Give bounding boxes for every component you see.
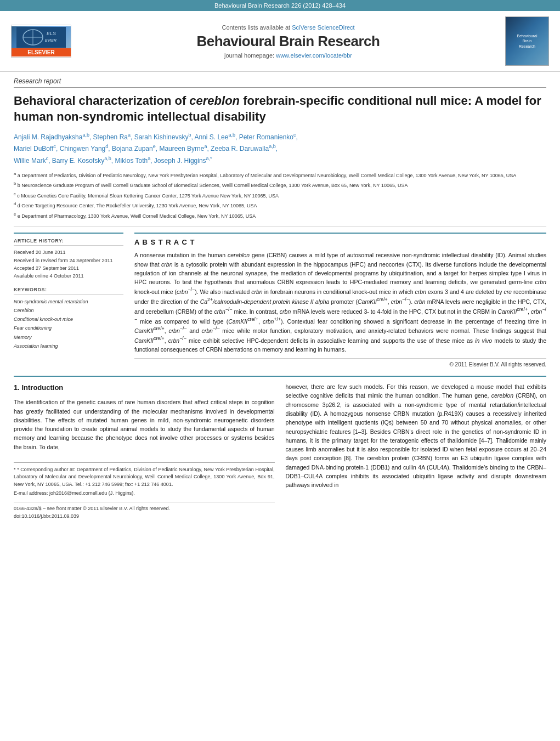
svg-text:ELS: ELS xyxy=(47,31,56,36)
authors-list: Anjali M. Rajadhyakshaa,b, Stephen Raa, … xyxy=(14,131,546,166)
doi-text: doi:10.1016/j.bbr.2011.09.039 xyxy=(14,513,275,521)
affil-a: a a Department of Pediatrics, Division o… xyxy=(14,171,546,180)
email-note: E-mail address: joh2016@med.cornell.edu … xyxy=(14,490,275,497)
title-part1: Behavioral characterization of xyxy=(14,94,189,108)
footnotes-area: * * Corresponding author at: Department … xyxy=(14,462,275,497)
elsevier-logo: ELS EVIER ELSEVIER xyxy=(11,25,71,58)
page: Behavioural Brain Research 226 (2012) 42… xyxy=(0,0,560,526)
main-body: 1. Introduction The identification of th… xyxy=(14,376,546,521)
homepage-link[interactable]: www.elsevier.com/locate/bbr xyxy=(276,52,352,59)
svg-text:EVIER: EVIER xyxy=(45,38,56,42)
sciverse-text: Contents lists available at SciVerse Sci… xyxy=(82,24,494,31)
affil-d: d d Gene Targeting Resource Center, The … xyxy=(14,201,546,210)
main-col-right: however, there are few such models. For … xyxy=(286,382,547,521)
history-text: Received 20 June 2011 Received in revise… xyxy=(14,248,123,280)
journal-title: Behavioural Brain Research xyxy=(82,33,494,50)
journal-thumbnail: BehaviouralBrainResearch xyxy=(505,16,549,66)
abstract-title: A B S T R A C T xyxy=(134,238,546,246)
intro-paragraph1: The identification of the genetic causes… xyxy=(14,398,275,451)
content-wrapper: Research report Behavioral characterizat… xyxy=(0,72,560,526)
intro-heading: 1. Introduction xyxy=(14,382,275,393)
main-col-left: 1. Introduction The identification of th… xyxy=(14,382,275,521)
history-label: Article history: xyxy=(14,238,123,246)
affil-e: e e Department of Pharmacology, 1300 Yor… xyxy=(14,211,546,220)
paper-title: Behavioral characterization of cereblon … xyxy=(14,93,546,125)
affil-c: c c Mouse Genetics Core Facility, Memori… xyxy=(14,191,546,200)
article-category: Research report xyxy=(14,77,546,88)
header-area: ELS EVIER ELSEVIER Contents lists availa… xyxy=(0,11,560,72)
affiliations-block: a a Department of Pediatrics, Division o… xyxy=(14,171,546,228)
thumb-label: BehaviouralBrainResearch xyxy=(515,31,540,50)
abstract-copyright: © 2011 Elsevier B.V. All rights reserved… xyxy=(134,358,546,367)
keywords-list: Non-syndromic mental retardation Cereblo… xyxy=(14,297,123,350)
doi-info: 0166-4328/$ – see front matter © 2011 El… xyxy=(14,502,275,521)
abstract-panel: A B S T R A C T A nonsense mutation in t… xyxy=(134,233,546,367)
article-info-panel: Article history: Received 20 June 2011 R… xyxy=(14,233,123,367)
article-history: Article history: Received 20 June 2011 R… xyxy=(14,238,123,280)
header-center: Contents lists available at SciVerse Sci… xyxy=(71,24,505,59)
logo-image: ELS EVIER xyxy=(12,26,71,48)
intro-paragraph2: however, there are few such models. For … xyxy=(286,382,547,489)
sciverse-link[interactable]: SciVerse ScienceDirect xyxy=(292,24,354,31)
elsevier-wordmark: ELSEVIER xyxy=(12,48,71,56)
journal-homepage: journal homepage: www.elsevier.com/locat… xyxy=(82,52,494,59)
corresponding-author-note: * * Corresponding author at: Department … xyxy=(14,466,275,489)
title-italic: cereblon xyxy=(189,94,240,108)
journal-bar-text: Behavioural Brain Research 226 (2012) 42… xyxy=(214,2,346,9)
issn-text: 0166-4328/$ – see front matter © 2011 El… xyxy=(14,505,275,513)
article-body: Article history: Received 20 June 2011 R… xyxy=(14,233,546,367)
journal-bar: Behavioural Brain Research 226 (2012) 42… xyxy=(0,0,560,11)
article-keywords: Keywords: Non-syndromic mental retardati… xyxy=(14,287,123,350)
affil-b: b b Neuroscience Graduate Program of Wei… xyxy=(14,180,546,190)
keywords-label: Keywords: xyxy=(14,287,123,295)
abstract-text: A nonsense mutation in the human cereblo… xyxy=(134,251,546,354)
